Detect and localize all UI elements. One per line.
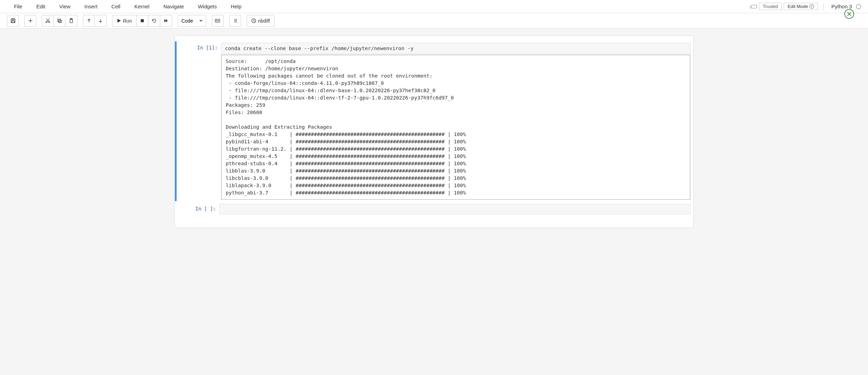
- toc-button[interactable]: [229, 15, 241, 27]
- menu-edit[interactable]: Edit: [29, 1, 52, 12]
- svg-rect-4: [11, 21, 14, 23]
- cell-prompt: In [1]:: [179, 43, 221, 200]
- menu-file[interactable]: File: [7, 1, 29, 12]
- paste-button[interactable]: [65, 15, 77, 27]
- nbdiff-button[interactable]: nbdiff: [247, 15, 274, 27]
- run-label: Run: [123, 18, 132, 24]
- kernel-indicator-icon[interactable]: [856, 4, 861, 9]
- menu-view[interactable]: View: [52, 1, 77, 12]
- close-button[interactable]: [844, 9, 854, 19]
- cut-button[interactable]: [42, 15, 54, 27]
- svg-rect-18: [141, 19, 144, 22]
- restart-button[interactable]: [148, 15, 160, 27]
- save-button[interactable]: [7, 15, 19, 27]
- divider: [823, 3, 824, 10]
- kernel-name[interactable]: Python 3: [829, 3, 854, 9]
- move-down-button[interactable]: [95, 15, 107, 27]
- svg-point-7: [46, 21, 47, 23]
- svg-line-34: [254, 21, 255, 22]
- notebook-container: In [1]: conda create --clone base --pref…: [175, 35, 693, 228]
- svg-rect-11: [58, 19, 61, 22]
- menu-cell[interactable]: Cell: [104, 1, 127, 12]
- menu-widgets[interactable]: Widgets: [191, 1, 224, 12]
- menubar: File Edit View Insert Cell Kernel Naviga…: [0, 0, 868, 13]
- edit-mode-badge[interactable]: Edit Mode ?: [784, 3, 818, 10]
- svg-marker-17: [117, 19, 121, 23]
- menu-help[interactable]: Help: [224, 1, 248, 12]
- code-input[interactable]: conda create --clone base --prefix /home…: [221, 43, 690, 54]
- cell-prompt: In [ ]:: [178, 204, 219, 214]
- add-cell-button[interactable]: [24, 15, 36, 27]
- cell-type-select[interactable]: Code: [178, 15, 206, 27]
- toolbar: Run Code nbdiff: [0, 13, 868, 29]
- svg-marker-20: [166, 19, 168, 23]
- code-cell[interactable]: In [1]: conda create --clone base --pref…: [175, 41, 693, 201]
- interrupt-button[interactable]: [137, 15, 148, 27]
- code-input[interactable]: [219, 204, 690, 214]
- command-palette-button[interactable]: [212, 15, 224, 27]
- trusted-badge[interactable]: Trusted: [759, 3, 782, 10]
- svg-rect-12: [59, 20, 62, 23]
- move-up-button[interactable]: [83, 15, 95, 27]
- menu-insert[interactable]: Insert: [77, 1, 104, 12]
- edit-mode-label: Edit Mode: [788, 4, 808, 9]
- copy-button[interactable]: [54, 15, 65, 27]
- code-cell[interactable]: In [ ]:: [175, 202, 693, 216]
- svg-point-8: [48, 21, 50, 23]
- help-icon: ?: [809, 4, 814, 9]
- run-button[interactable]: Run: [112, 15, 137, 27]
- svg-rect-3: [12, 19, 14, 20]
- menu-navigate[interactable]: Navigate: [156, 1, 191, 12]
- menu-kernel[interactable]: Kernel: [127, 1, 156, 12]
- notification-icon: [751, 5, 757, 8]
- nbdiff-label: nbdiff: [258, 18, 270, 24]
- status-area: Trusted Edit Mode ? Python 3: [751, 3, 861, 10]
- cell-output[interactable]: Source: /opt/conda Destination: /home/ju…: [221, 55, 690, 200]
- restart-run-all-button[interactable]: [160, 15, 172, 27]
- svg-marker-19: [164, 19, 166, 23]
